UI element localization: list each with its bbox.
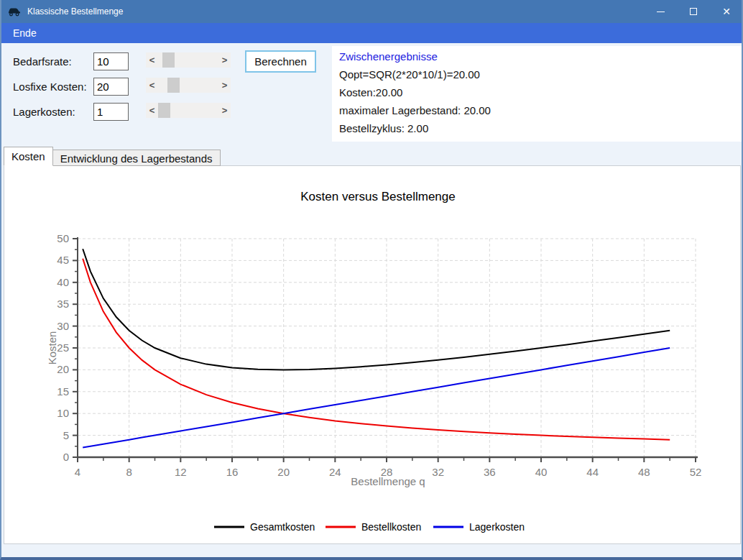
lagerkosten-label: Lagerkosten: [13,106,75,118]
lagerkosten-scrollbar[interactable]: < > [146,103,231,118]
scrollbar-thumb[interactable] [158,103,170,118]
app-window: Klassische Bestellmenge ✕ Ende Bedarfsra… [0,0,743,560]
results-line-lagerbestand: maximaler Lagerbestand: 20.00 [339,104,734,116]
berechnen-button[interactable]: Berechnen [245,50,316,73]
close-icon: ✕ [722,6,731,17]
menu-item-ende[interactable]: Ende [0,23,45,43]
y-tick-label: 25 [57,341,69,354]
x-tick-label: 32 [432,466,444,478]
series-lagerkosten [83,348,670,448]
x-tick-label: 16 [226,466,239,478]
y-tick-label: 15 [57,385,69,398]
kosten-chart: Kosten versus Bestellmenge48121620242832… [4,166,742,545]
results-line-kosten: Kosten:20.00 [339,86,734,98]
legend-label-lagerkosten: Lagerkosten [469,521,525,533]
title-bar: Klassische Bestellmenge ✕ [0,0,743,23]
y-tick-label: 0 [63,451,69,463]
minimize-button[interactable] [644,0,677,23]
results-line-bestellzyklus: Bestellzyklus: 2.00 [339,122,734,134]
tab-strip: Kosten Entwicklung des Lagerbestands [4,148,220,166]
window-bottom-strip [1,544,742,557]
y-tick-label: 50 [57,232,69,244]
x-tick-label: 8 [126,466,131,478]
tab-entwicklung-des-lagerbestands[interactable]: Entwicklung des Lagerbestands [52,150,221,166]
y-tick-label: 5 [63,429,69,441]
bedarfsrate-label: Bedarfsrate: [13,55,72,68]
menu-bar: Ende [0,23,743,43]
y-tick-label: 45 [57,254,69,266]
x-tick-label: 4 [75,466,80,478]
bedarfsrate-input[interactable] [93,52,129,70]
y-tick-label: 20 [57,363,69,375]
y-tick-label: 35 [57,298,69,310]
minimize-icon [657,12,665,12]
maximize-icon [690,8,697,15]
close-button[interactable]: ✕ [710,0,743,23]
tab-kosten[interactable]: Kosten [4,147,53,166]
x-tick-label: 48 [638,466,650,478]
x-tick-label: 44 [586,466,599,478]
y-axis-title: Kosten [46,331,58,365]
scroll-left-icon[interactable]: < [146,103,158,118]
x-axis-title: Bestellmenge q [351,475,425,487]
scrollbar-track[interactable] [158,78,218,93]
bedarfsrate-scrollbar[interactable]: < > [146,52,231,68]
results-heading: Zwischenergebnisse [339,50,734,63]
x-tick-label: 52 [690,466,702,478]
lagerkosten-input[interactable] [93,103,129,121]
legend-label-bestellkosten: Bestellkosten [361,521,421,533]
x-tick-label: 40 [535,466,548,478]
results-line-qopt: Qopt=SQR(2*20*10/1)=20.00 [339,68,734,81]
y-tick-label: 40 [57,276,69,288]
series-gesamtkosten [83,249,670,369]
chart-title: Kosten versus Bestellmenge [300,190,455,203]
maximize-button[interactable] [677,0,710,23]
chart-tab-page: Kosten versus Bestellmenge48121620242832… [4,165,741,544]
scroll-left-icon[interactable]: < [146,78,158,93]
scroll-right-icon[interactable]: > [218,103,231,118]
scroll-right-icon[interactable]: > [218,78,231,93]
legend-label-gesamtkosten: Gesamtkosten [250,521,315,533]
results-panel: Zwischenergebnisse Qopt=SQR(2*20*10/1)=2… [332,46,742,142]
scroll-left-icon[interactable]: < [146,52,158,68]
x-tick-label: 12 [175,466,187,478]
series-bestellkosten [83,259,670,440]
x-tick-label: 24 [329,466,341,478]
car-icon [7,6,22,17]
losfixe-kosten-input[interactable] [93,78,129,96]
scrollbar-track[interactable] [158,103,218,118]
scrollbar-thumb[interactable] [167,78,180,93]
scrollbar-track[interactable] [158,52,218,68]
window-title: Klassische Bestellmenge [27,6,123,17]
y-tick-label: 30 [57,320,69,332]
scroll-right-icon[interactable]: > [218,52,231,68]
y-tick-label: 10 [57,407,69,419]
x-tick-label: 36 [484,466,496,478]
scrollbar-thumb[interactable] [162,52,175,68]
losfixe-kosten-label: Losfixe Kosten: [13,81,87,93]
x-tick-label: 20 [277,466,290,478]
losfixe-kosten-scrollbar[interactable]: < > [146,78,231,93]
